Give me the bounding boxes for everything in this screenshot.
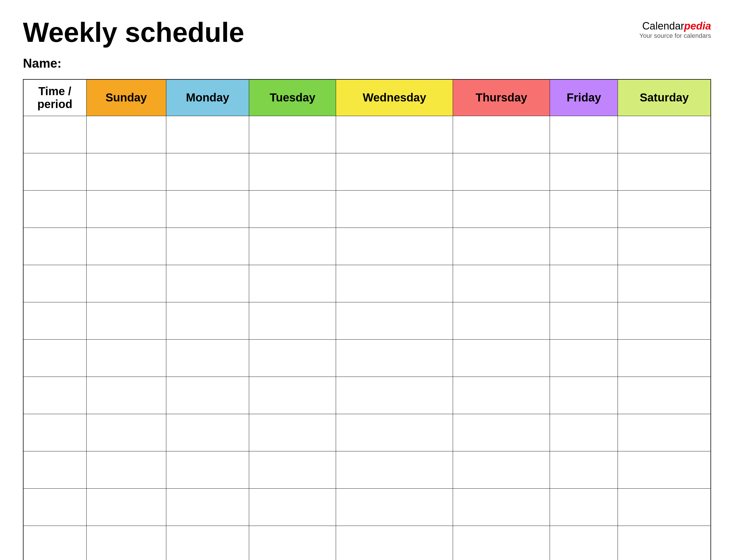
table-cell[interactable] — [453, 228, 550, 265]
table-cell[interactable] — [86, 302, 166, 339]
table-cell[interactable] — [166, 302, 249, 339]
table-cell[interactable] — [618, 526, 711, 560]
table-cell[interactable] — [249, 190, 336, 228]
table-cell[interactable] — [453, 414, 550, 451]
table-cell[interactable] — [249, 116, 336, 153]
table-cell[interactable] — [550, 302, 618, 339]
table-cell[interactable] — [336, 488, 453, 526]
table-cell[interactable] — [618, 228, 711, 265]
table-cell[interactable] — [249, 228, 336, 265]
table-cell[interactable] — [618, 451, 711, 488]
table-cell[interactable] — [166, 526, 249, 560]
table-cell[interactable] — [23, 451, 86, 488]
table-cell[interactable] — [336, 377, 453, 414]
table-cell[interactable] — [550, 190, 618, 228]
table-cell[interactable] — [618, 339, 711, 377]
table-cell[interactable] — [86, 414, 166, 451]
table-cell[interactable] — [618, 414, 711, 451]
table-cell[interactable] — [23, 302, 86, 339]
table-cell[interactable] — [86, 339, 166, 377]
table-cell[interactable] — [23, 488, 86, 526]
table-cell[interactable] — [336, 302, 453, 339]
table-cell[interactable] — [336, 228, 453, 265]
table-cell[interactable] — [166, 488, 249, 526]
table-cell[interactable] — [618, 377, 711, 414]
page-title: Weekly schedule — [23, 17, 244, 48]
table-cell[interactable] — [550, 228, 618, 265]
table-cell[interactable] — [23, 414, 86, 451]
table-cell[interactable] — [86, 228, 166, 265]
table-cell[interactable] — [336, 414, 453, 451]
table-cell[interactable] — [249, 265, 336, 302]
table-cell[interactable] — [166, 153, 249, 190]
table-cell[interactable] — [453, 377, 550, 414]
table-cell[interactable] — [550, 339, 618, 377]
table-cell[interactable] — [550, 526, 618, 560]
table-cell[interactable] — [166, 190, 249, 228]
table-cell[interactable] — [453, 526, 550, 560]
table-cell[interactable] — [453, 302, 550, 339]
table-cell[interactable] — [166, 414, 249, 451]
table-cell[interactable] — [86, 265, 166, 302]
table-cell[interactable] — [618, 265, 711, 302]
table-cell[interactable] — [453, 153, 550, 190]
table-cell[interactable] — [86, 153, 166, 190]
table-cell[interactable] — [249, 339, 336, 377]
logo-tagline: Your source for calendars — [639, 32, 711, 40]
table-cell[interactable] — [249, 488, 336, 526]
table-cell[interactable] — [550, 414, 618, 451]
table-cell[interactable] — [550, 488, 618, 526]
table-cell[interactable] — [86, 377, 166, 414]
table-cell[interactable] — [23, 190, 86, 228]
table-cell[interactable] — [23, 228, 86, 265]
table-cell[interactable] — [86, 116, 166, 153]
table-cell[interactable] — [86, 526, 166, 560]
table-cell[interactable] — [550, 377, 618, 414]
table-cell[interactable] — [86, 451, 166, 488]
table-cell[interactable] — [336, 526, 453, 560]
table-cell[interactable] — [453, 339, 550, 377]
table-cell[interactable] — [249, 302, 336, 339]
table-cell[interactable] — [249, 451, 336, 488]
table-cell[interactable] — [550, 116, 618, 153]
table-cell[interactable] — [86, 488, 166, 526]
col-header-thursday: Thursday — [453, 79, 550, 116]
table-cell[interactable] — [23, 377, 86, 414]
table-cell[interactable] — [336, 265, 453, 302]
table-cell[interactable] — [249, 526, 336, 560]
table-cell[interactable] — [453, 488, 550, 526]
table-cell[interactable] — [336, 339, 453, 377]
table-cell[interactable] — [23, 526, 86, 560]
table-cell[interactable] — [166, 228, 249, 265]
table-cell[interactable] — [166, 265, 249, 302]
table-cell[interactable] — [86, 190, 166, 228]
table-cell[interactable] — [618, 153, 711, 190]
table-cell[interactable] — [249, 377, 336, 414]
table-cell[interactable] — [249, 153, 336, 190]
table-cell[interactable] — [550, 451, 618, 488]
table-cell[interactable] — [166, 339, 249, 377]
table-cell[interactable] — [166, 377, 249, 414]
table-cell[interactable] — [336, 116, 453, 153]
table-cell[interactable] — [166, 451, 249, 488]
table-cell[interactable] — [453, 451, 550, 488]
table-cell[interactable] — [23, 153, 86, 190]
table-cell[interactable] — [618, 116, 711, 153]
table-cell[interactable] — [23, 339, 86, 377]
table-cell[interactable] — [618, 190, 711, 228]
table-row — [23, 153, 711, 190]
table-cell[interactable] — [336, 190, 453, 228]
table-cell[interactable] — [453, 265, 550, 302]
table-cell[interactable] — [336, 451, 453, 488]
table-cell[interactable] — [23, 116, 86, 153]
table-cell[interactable] — [453, 116, 550, 153]
table-cell[interactable] — [550, 265, 618, 302]
table-cell[interactable] — [23, 265, 86, 302]
table-cell[interactable] — [166, 116, 249, 153]
table-cell[interactable] — [618, 488, 711, 526]
table-cell[interactable] — [453, 190, 550, 228]
table-cell[interactable] — [249, 414, 336, 451]
table-cell[interactable] — [618, 302, 711, 339]
table-cell[interactable] — [550, 153, 618, 190]
table-cell[interactable] — [336, 153, 453, 190]
